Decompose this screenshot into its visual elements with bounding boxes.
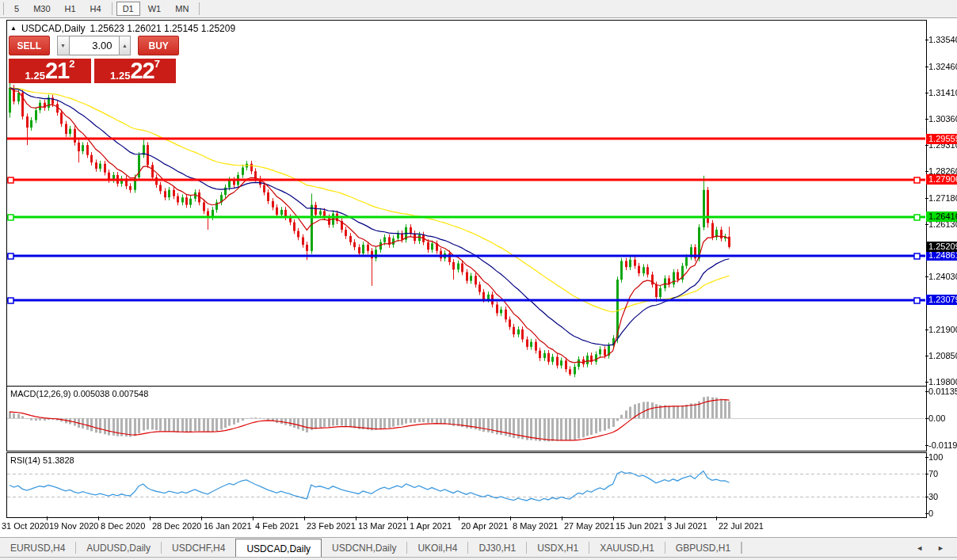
sell-price-small: 1.25 [25, 70, 45, 82]
chart-tab-dj30[interactable]: DJ30,H1 [468, 538, 526, 558]
buy-price-sup: 7 [154, 59, 160, 69]
price-tick-label: 1.32460 [928, 62, 957, 71]
chart-tab-usdcad[interactable]: USDCAD,Daily [235, 539, 322, 558]
mt4-window: 5M30H1H4D1W1MN ▲ USDCAD,Daily 1.25623 1.… [0, 0, 957, 560]
date-tick-label: 27 May 2021 [564, 521, 615, 531]
buy-button[interactable]: BUY [138, 36, 179, 55]
rsi-axis-label: 100 [928, 452, 957, 462]
price-tick-label: 1.30360 [928, 114, 957, 124]
hline-price-label: 1.26416 [926, 211, 957, 222]
date-tick-label: 22 Jul 2021 [719, 521, 764, 531]
rsi-axis-label: 30 [928, 492, 957, 501]
current-price-label: 1.25209 [926, 242, 957, 252]
timeframe-button-mn[interactable]: MN [169, 2, 195, 16]
sell-price-big: 21 [45, 60, 69, 82]
date-tick-label: 28 Dec 2020 [152, 521, 201, 531]
macd-indicator-label: MACD(12,26,9) 0.005038 0.007548 [10, 389, 148, 398]
volume-increase-button[interactable]: ▲ [119, 36, 132, 55]
hline-price-label: 1.29559 [926, 134, 957, 144]
price-tick-label: 1.27180 [928, 193, 957, 203]
chart-tab-gbpusd[interactable]: GBPUSD,H1 [665, 538, 741, 558]
tabs-scroll-left-icon[interactable]: ◄ [916, 544, 923, 552]
volume-decrease-button[interactable]: ▼ [57, 36, 70, 55]
macd-axis-label: 0.00 [928, 413, 957, 423]
chart-tab-ukoil[interactable]: UKOil,H4 [407, 538, 467, 558]
date-tick-label: 23 Feb 2021 [307, 521, 356, 531]
price-tick-label: 1.24030 [928, 272, 957, 281]
date-tick-label: 8 May 2021 [513, 521, 558, 531]
chart-tab-usdcnh[interactable]: USDCNH,Daily [322, 538, 406, 558]
sell-button[interactable]: SELL [9, 36, 50, 55]
date-tick-label: 31 Oct 2020 [2, 521, 49, 531]
price-tick-label: 1.21900 [928, 325, 957, 334]
price-tick-label: 1.31410 [928, 88, 957, 97]
tabs-scroll-right-icon[interactable]: ► [937, 544, 944, 552]
chart-ohlc-values: 1.25623 1.26021 1.25145 1.25209 [90, 23, 236, 34]
collapse-panel-icon[interactable]: ▲ [10, 25, 17, 32]
price-tick-label: 1.20850 [928, 351, 957, 360]
chart-tab-bar: EURUSD,H4AUDUSD,DailyUSDCHF,H4USDCAD,Dai… [0, 537, 957, 558]
macd-axis-label: 0.01135 [928, 387, 957, 396]
chart-symbol-period: USDCAD,Daily [21, 23, 86, 34]
sell-price-display[interactable]: 1.25212 [9, 59, 91, 83]
chart-tab-audusd[interactable]: AUDUSD,Daily [76, 538, 161, 558]
buy-price-big: 22 [130, 60, 154, 82]
timeframe-button-m30[interactable]: M30 [27, 2, 56, 16]
hline-price-label: 1.27906 [926, 174, 957, 185]
timeframe-button-h4[interactable]: H4 [84, 2, 108, 16]
chart-tab-usdchf[interactable]: USDCHF,H4 [162, 538, 235, 558]
date-tick-label: 20 Apr 2021 [461, 521, 508, 531]
buy-price-small: 1.25 [110, 70, 130, 82]
date-tick-label: 3 Jul 2021 [667, 521, 707, 531]
date-tick-label: 13 Mar 2021 [358, 521, 407, 531]
rsi-indicator-label: RSI(14) 51.3828 [10, 455, 74, 465]
date-tick-label: 16 Jan 2021 [204, 521, 252, 531]
macd-axis-label: -0.011904 [928, 440, 957, 450]
hline-price-label: 1.23079 [926, 295, 957, 305]
timeframe-toolbar: 5M30H1H4D1W1MN [0, 0, 957, 18]
date-tick-label: 8 Dec 2020 [101, 521, 145, 531]
price-tick-label: 1.33540 [928, 35, 957, 44]
volume-input[interactable] [70, 36, 119, 55]
chart-title: ▲ USDCAD,Daily 1.25623 1.26021 1.25145 1… [10, 23, 235, 34]
rsi-axis-label: 70 [928, 469, 957, 478]
timeframe-button-w1[interactable]: W1 [142, 2, 168, 16]
timeframe-button-h1[interactable]: H1 [59, 2, 82, 16]
rsi-axis-label: 0 [928, 509, 957, 518]
chart-tab-usdx[interactable]: USDX,H1 [527, 538, 589, 558]
chart-tab-xauusd[interactable]: XAUUSD,H1 [589, 538, 665, 558]
date-tick-label: 15 Jun 2021 [616, 521, 664, 531]
status-strip [0, 557, 957, 560]
price-tick-label: 1.19800 [928, 377, 957, 387]
date-tick-label: 19 Nov 2020 [49, 521, 98, 531]
date-tick-label: 1 Apr 2021 [410, 521, 452, 531]
sell-price-sup: 2 [69, 59, 74, 69]
one-click-trading-panel: SELL ▼ ▲ BUY 1.25212 1.25227 [9, 36, 179, 83]
buy-price-display[interactable]: 1.25227 [94, 59, 176, 83]
date-tick-label: 4 Feb 2021 [255, 521, 299, 531]
timeframe-button-5[interactable]: 5 [8, 2, 25, 16]
timeframe-button-d1[interactable]: D1 [116, 2, 140, 16]
price-chart-canvas[interactable] [0, 0, 957, 560]
chart-tab-eurusd[interactable]: EURUSD,H4 [0, 538, 75, 558]
